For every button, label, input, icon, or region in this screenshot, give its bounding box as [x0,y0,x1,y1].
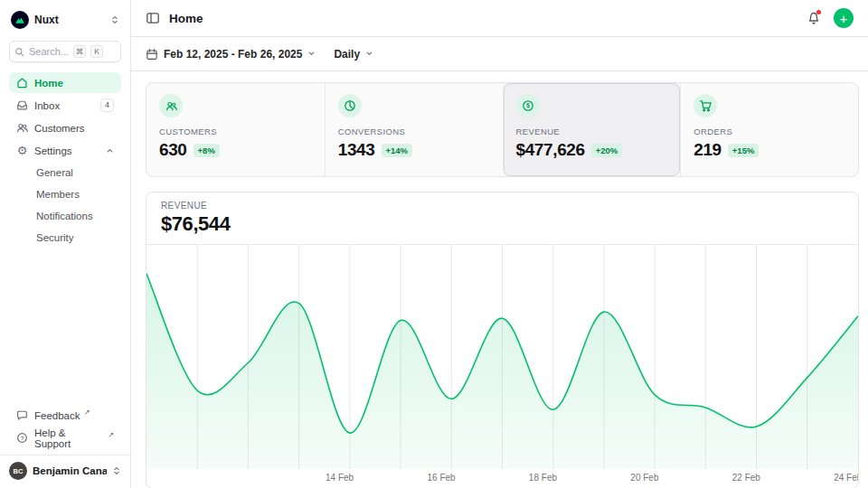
inbox-icon [16,99,28,111]
plus-icon: + [840,12,848,25]
sidebar-item-security[interactable]: Security [9,228,121,248]
stat-label: CONVERSIONS [338,127,490,136]
external-link-icon: ↗ [84,408,90,417]
chart-header: REVENUE $76,544 [146,192,858,245]
app-root: Nuxt Search... ⌘ K HomeInbox4Customers⚙S… [0,0,868,488]
sidebar-item-notifications[interactable]: Notifications [9,206,121,226]
users-icon [159,94,183,117]
revenue-chart-card: REVENUE $76,544 14 Feb16 Feb18 Feb20 Feb… [146,192,859,488]
kbd-cmd: ⌘ [73,45,86,58]
message-bubble-icon [16,409,28,421]
sidebar-item-label: Security [36,232,74,243]
sidebar-item-inbox[interactable]: Inbox4 [9,95,121,116]
sidebar-item-label: Notifications [36,211,93,221]
sidebar-item-help-support[interactable]: ?Help & Support↗ [9,427,121,448]
date-range-label: Feb 12, 2025 - Feb 26, 2025 [164,48,302,61]
sidebar-item-label: Members [36,189,80,200]
stat-value: 1343+14% [338,140,490,160]
stat-card-revenue[interactable]: $REVENUE$477,626+20% [503,83,681,176]
stat-delta-badge: +20% [591,144,623,157]
sidebar-item-label: Feedback [34,410,80,421]
search-placeholder: Search... [29,46,69,57]
notifications-button[interactable] [807,11,821,25]
header-actions: + [807,8,854,28]
chevron-down-icon [307,50,316,58]
stat-card-orders[interactable]: ORDERS219+15% [680,83,858,176]
users-icon [16,122,28,134]
chart-headline-value: $76,544 [161,212,844,236]
stats-row: CUSTOMERS630+8%CONVERSIONS1343+14%$REVEN… [146,82,859,177]
workspace-name: Nuxt [34,14,105,26]
stat-delta-badge: +8% [193,144,220,157]
page-title: Home [169,12,203,25]
stat-label: ORDERS [693,127,845,136]
stat-value: 630+8% [159,140,312,160]
chevron-up-icon [106,146,114,155]
chevron-up-down-icon [110,15,119,24]
period-label: Daily [334,48,360,61]
stat-label: REVENUE [516,127,668,136]
chevron-up-down-icon [112,466,121,475]
dashboard-content: CUSTOMERS630+8%CONVERSIONS1343+14%$REVEN… [131,71,868,488]
dollar-circle-icon: $ [516,94,540,117]
stat-delta-badge: +15% [728,144,760,157]
gear-icon: ⚙ [16,145,28,156]
search-input[interactable]: Search... ⌘ K [9,41,121,62]
svg-text:?: ? [21,436,24,441]
sidebar-item-label: Home [34,78,63,89]
home-icon [16,77,28,89]
pie-chart-icon [338,94,362,117]
collapse-sidebar-icon[interactable] [146,11,160,25]
nuxt-logo-icon [11,11,29,29]
x-axis-label: 14 Feb [326,473,354,483]
chart-x-axis: 14 Feb16 Feb18 Feb20 Feb22 Feb24 Feb [146,469,858,488]
filters-toolbar: Feb 12, 2025 - Feb 26, 2025 Daily [131,37,868,71]
sidebar-item-label: Help & Support [34,427,104,449]
user-menu[interactable]: BC Benjamin Canac [0,455,130,484]
notification-dot [816,10,821,14]
external-link-icon: ↗ [108,430,114,439]
main-area: Home + Feb 12, 2025 - Feb 26, 2025 [131,0,868,488]
stat-delta-badge: +14% [382,144,413,157]
avatar: BC [9,462,27,480]
stat-value: $477,626+20% [516,140,668,160]
user-name: Benjamin Canac [33,465,107,476]
sidebar-item-general[interactable]: General [9,163,121,183]
help-circle-icon: ? [16,432,28,444]
stat-label: CUSTOMERS [159,127,312,136]
chart-metric-label: REVENUE [161,201,844,211]
sidebar-item-members[interactable]: Members [9,184,121,204]
add-button[interactable]: + [834,8,854,28]
date-range-picker[interactable]: Feb 12, 2025 - Feb 26, 2025 [146,48,316,61]
x-axis-label: 16 Feb [427,473,455,483]
sidebar-nav: HomeInbox4Customers⚙SettingsGeneralMembe… [9,72,121,248]
x-axis-label: 24 Feb [834,473,859,483]
sidebar-item-customers[interactable]: Customers [9,117,121,138]
workspace-switcher[interactable]: Nuxt [9,9,121,29]
sidebar-item-label: General [36,167,73,178]
svg-text:$: $ [526,102,530,109]
sidebar-item-feedback[interactable]: Feedback↗ [9,405,121,426]
sidebar-item-label: Settings [34,145,72,156]
sidebar: Nuxt Search... ⌘ K HomeInbox4Customers⚙S… [0,0,131,488]
calendar-icon [146,48,158,61]
period-select[interactable]: Daily [334,48,373,61]
x-axis-label: 18 Feb [529,473,557,483]
revenue-area-chart[interactable] [146,245,858,469]
sidebar-item-home[interactable]: Home [9,72,121,93]
sidebar-item-label: Inbox [34,100,60,111]
inbox-count-badge: 4 [100,99,114,112]
x-axis-label: 20 Feb [630,473,658,483]
sidebar-item-settings[interactable]: ⚙Settings [9,140,121,161]
kbd-k: K [90,45,103,58]
search-icon [14,47,24,57]
sidebar-footer-nav: Feedback↗?Help & Support↗ [9,405,121,448]
stat-card-conversions[interactable]: CONVERSIONS1343+14% [325,83,503,176]
x-axis-label: 22 Feb [732,473,760,483]
chevron-down-icon [365,50,373,58]
sidebar-spacer [9,248,121,395]
stat-card-customers[interactable]: CUSTOMERS630+8% [146,83,325,176]
cart-icon [693,94,717,117]
page-header: Home + [131,0,868,37]
sidebar-item-label: Customers [34,123,85,134]
